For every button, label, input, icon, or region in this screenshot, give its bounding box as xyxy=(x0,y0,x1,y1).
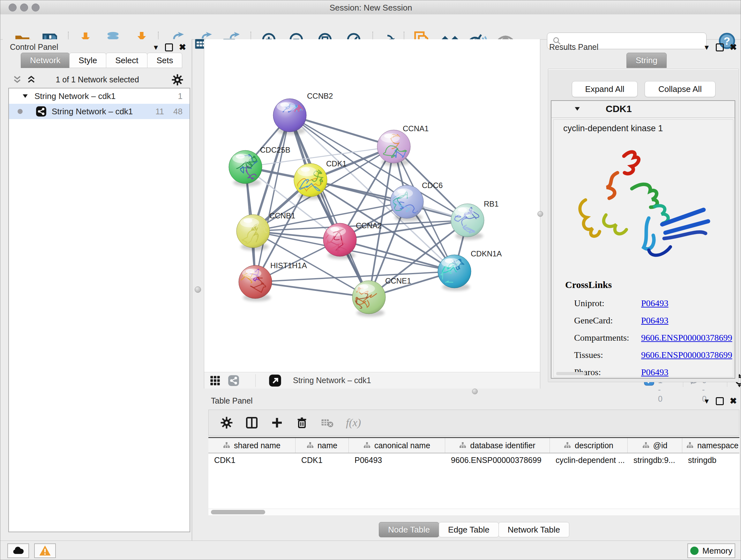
collapse-all-button[interactable]: Collapse All xyxy=(645,81,716,97)
edge-CCNB2-CCNE1[interactable] xyxy=(290,115,369,297)
column-header-label: namespace xyxy=(697,441,738,450)
network-view-toolbar: String Network – cdk1 1 - 0 0 - 0 xyxy=(204,372,540,388)
close-panel-icon[interactable]: ✖ xyxy=(730,43,737,52)
tab-style[interactable]: Style xyxy=(69,53,106,68)
collection-expander-icon[interactable] xyxy=(22,92,29,100)
table-cell[interactable]: P06493 xyxy=(349,453,445,468)
protein-expander-icon[interactable] xyxy=(574,105,581,112)
add-column-icon[interactable] xyxy=(271,416,283,429)
network-node-count: 11 xyxy=(155,107,164,117)
table-cell[interactable]: CDK1 xyxy=(295,453,349,468)
protein-description: cyclin-dependent kinase 1 xyxy=(563,124,663,133)
node-CCNB1[interactable] xyxy=(237,214,270,251)
crosslink-link[interactable]: 9606.ENSP00000378699 xyxy=(641,350,732,360)
tab-node-table[interactable]: Node Table xyxy=(379,522,439,537)
edge-CCNB2-HIST1H1A[interactable] xyxy=(255,115,290,282)
column-header-id[interactable]: @id xyxy=(628,438,682,453)
show-columns-icon[interactable] xyxy=(245,416,259,429)
tab-sets[interactable]: Sets xyxy=(147,53,182,68)
grid-view-icon[interactable] xyxy=(209,375,221,386)
network-view-mode-icon[interactable] xyxy=(228,375,239,386)
column-header-shared-name[interactable]: shared name xyxy=(208,438,295,453)
delete-column-icon[interactable] xyxy=(295,416,308,429)
node-RB1[interactable] xyxy=(451,204,484,240)
column-header-name[interactable]: name xyxy=(295,438,349,453)
network-graph[interactable]: CCNB2CCNA1CDC25BCDK1CDC6RB1CCNB1CCNA2CDK… xyxy=(204,39,540,371)
right-splitter-handle[interactable] xyxy=(537,211,543,217)
column-header-label: @id xyxy=(653,441,668,450)
table-options-gear-icon[interactable] xyxy=(220,416,233,429)
node-CCNE1[interactable] xyxy=(352,281,386,317)
tab-edge-table[interactable]: Edge Table xyxy=(439,522,499,537)
table-panel-title: Table Panel xyxy=(211,396,253,405)
string-results-container: Expand All Collapse All CDK1 cyclin-depe… xyxy=(548,69,739,382)
cloud-button[interactable] xyxy=(7,543,29,558)
panel-menu-icon[interactable]: ▼ xyxy=(703,44,711,51)
function-builder-icon: f(x) xyxy=(346,417,361,429)
table-hscrollbar-thumb[interactable] xyxy=(211,510,265,514)
network-selection-status: 1 of 1 Network selected xyxy=(3,75,192,84)
warnings-button[interactable] xyxy=(34,543,56,558)
crosslink-row: Compartments:9606.ENSP00000378699 xyxy=(565,329,732,347)
table-cell[interactable]: CDK1 xyxy=(208,453,295,468)
network-collection-row[interactable]: String Network – cdk1 1 xyxy=(9,88,190,104)
control-panel: Control Panel ▼ ✖ NetworkStyleSelectSets… xyxy=(3,39,192,541)
tab-network-table[interactable]: Network Table xyxy=(498,522,569,537)
node-CDC25B[interactable] xyxy=(229,150,262,186)
float-panel-icon[interactable] xyxy=(165,44,173,51)
table-cell[interactable]: cyclin-dependent ... xyxy=(550,453,628,468)
detach-view-icon[interactable] xyxy=(269,374,281,387)
close-panel-icon[interactable]: ✖ xyxy=(179,43,186,52)
node-CCNA1[interactable] xyxy=(377,130,410,166)
column-header-label: description xyxy=(575,441,613,450)
network-view-canvas[interactable]: CCNB2CCNA1CDC25BCDK1CDC6RB1CCNB1CCNA2CDK… xyxy=(204,39,540,372)
float-panel-icon[interactable] xyxy=(716,397,724,405)
protein-result-card: CDK1 cyclin-dependent kinase 1 xyxy=(551,100,735,379)
network-row-selected[interactable]: String Network – cdk1 11 48 xyxy=(9,104,190,119)
crosslink-link[interactable]: P06493 xyxy=(641,367,669,377)
collection-count: 1 xyxy=(178,91,183,101)
tab-select[interactable]: Select xyxy=(106,53,147,68)
node-label-CDC25B: CDC25B xyxy=(260,145,290,154)
table-row[interactable]: CDK1CDK1P064939606.ENSP00000378699cyclin… xyxy=(208,453,739,468)
table-hscrollbar[interactable] xyxy=(208,509,739,515)
panel-menu-icon[interactable]: ▼ xyxy=(703,398,711,405)
float-panel-icon[interactable] xyxy=(716,44,724,51)
node-CDK1[interactable] xyxy=(294,164,327,199)
column-header-description[interactable]: description xyxy=(550,438,628,453)
node-label-RB1: RB1 xyxy=(484,199,499,208)
table-panel: Table Panel ▼ ✖ f(x) sha xyxy=(204,394,741,541)
panel-menu-icon[interactable]: ▼ xyxy=(152,44,159,51)
column-header-canonical-name[interactable]: canonical name xyxy=(349,438,445,453)
network-options-gear-icon[interactable] xyxy=(172,74,184,86)
column-header-namespace[interactable]: namespace xyxy=(682,438,739,453)
table-header-row: shared namenamecanonical namedatabase id… xyxy=(208,438,739,453)
status-bar: Memory xyxy=(0,541,741,560)
crosslink-link[interactable]: 9606.ENSP00000378699 xyxy=(641,333,732,343)
control-panel-tabs: NetworkStyleSelectSets xyxy=(21,53,182,68)
expand-all-button[interactable]: Expand All xyxy=(572,81,637,97)
node-HIST1H1A[interactable] xyxy=(239,265,272,301)
network-tree: String Network – cdk1 1 String Network –… xyxy=(8,88,190,532)
table-cell[interactable]: stringdb xyxy=(682,453,739,468)
results-hscrollbar[interactable] xyxy=(556,372,585,375)
network-type-icon xyxy=(36,106,47,117)
protein-header-row[interactable]: CDK1 xyxy=(551,101,735,118)
edge-HIST1H1A-CCNE1[interactable] xyxy=(255,282,369,297)
edge-CDK1-RB1[interactable] xyxy=(311,180,468,220)
column-header-label: name xyxy=(318,441,338,450)
crosslink-link[interactable]: P06493 xyxy=(641,298,669,308)
column-header-database-identifier[interactable]: database identifier xyxy=(445,438,550,453)
memory-button[interactable]: Memory xyxy=(687,543,735,558)
main-toolbar: ? xyxy=(0,14,741,40)
close-panel-icon[interactable]: ✖ xyxy=(730,397,737,406)
node-CDKN1A[interactable] xyxy=(438,255,471,291)
tab-network[interactable]: Network xyxy=(21,53,70,68)
table-cell[interactable]: stringdb:9... xyxy=(628,453,682,468)
crosslink-link[interactable]: P06493 xyxy=(641,315,669,326)
node-CCNA2[interactable] xyxy=(323,223,356,259)
left-splitter-handle[interactable] xyxy=(195,287,201,293)
application-window: Session: New Session xyxy=(0,0,741,560)
tab-string[interactable]: String xyxy=(626,53,667,68)
table-cell[interactable]: 9606.ENSP00000378699 xyxy=(445,453,550,468)
